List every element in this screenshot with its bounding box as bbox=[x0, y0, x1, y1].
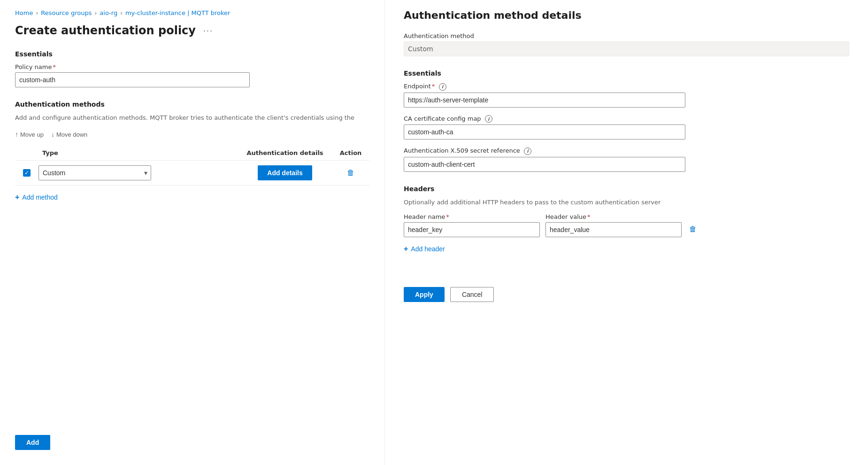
policy-name-input[interactable] bbox=[15, 72, 250, 87]
checkbox-cell: ✓ bbox=[15, 169, 38, 177]
ca-cert-info-icon: i bbox=[485, 115, 492, 123]
type-select-wrapper: Custom X.509 SAT bbox=[38, 165, 151, 180]
auth-methods-desc: Add and configure authentication methods… bbox=[15, 114, 369, 122]
ca-cert-input[interactable] bbox=[404, 124, 685, 140]
move-up-button[interactable]: ↑ Move up bbox=[15, 129, 44, 140]
move-up-label: Move up bbox=[20, 131, 44, 138]
breadcrumb-aio-rg[interactable]: aio-rg bbox=[100, 9, 117, 16]
page-title: Create authentication policy bbox=[15, 24, 196, 37]
right-panel: Authentication method details Authentica… bbox=[385, 0, 868, 465]
action-cell: 🗑 bbox=[332, 167, 369, 179]
type-select-cell: Custom X.509 SAT bbox=[38, 165, 238, 180]
ca-cert-field-group: CA certificate config map i bbox=[404, 115, 849, 140]
auth-method-field-group: Authentication method Custom bbox=[404, 32, 849, 56]
trash-header-icon: 🗑 bbox=[689, 225, 697, 233]
add-method-label: Add method bbox=[22, 194, 58, 201]
breadcrumb-sep-2: › bbox=[94, 10, 97, 16]
auth-x509-field-group: Authentication X.509 secret reference i bbox=[404, 147, 849, 172]
move-controls: ↑ Move up ↓ Move down bbox=[15, 129, 369, 140]
essentials-label: Essentials bbox=[15, 50, 369, 58]
auth-details-cell: Add details bbox=[238, 165, 332, 180]
left-panel: Home › Resource groups › aio-rg › my-clu… bbox=[0, 0, 385, 465]
breadcrumb: Home › Resource groups › aio-rg › my-clu… bbox=[15, 9, 369, 16]
breadcrumb-cluster-instance[interactable]: my-cluster-instance | MQTT broker bbox=[125, 9, 230, 16]
auth-x509-input[interactable] bbox=[404, 157, 685, 172]
add-details-button[interactable]: Add details bbox=[258, 165, 312, 180]
add-header-button[interactable]: + Add header bbox=[404, 241, 445, 257]
add-button[interactable]: Add bbox=[15, 435, 50, 450]
header-value-input[interactable] bbox=[545, 222, 682, 237]
check-icon: ✓ bbox=[24, 170, 29, 176]
trash-icon: 🗑 bbox=[347, 169, 354, 177]
header-row: Header name* Header value* 🗑 bbox=[404, 213, 849, 237]
auth-methods-section: Authentication methods Add and configure… bbox=[15, 101, 369, 205]
arrow-down-icon: ↓ bbox=[51, 131, 54, 138]
header-name-input[interactable] bbox=[404, 222, 540, 237]
headers-label: Headers bbox=[404, 185, 849, 193]
row-checkbox[interactable]: ✓ bbox=[23, 169, 31, 177]
header-value-field: Header value* bbox=[545, 213, 682, 237]
col-check-header bbox=[15, 149, 38, 156]
plus-icon: + bbox=[15, 193, 19, 202]
apply-button[interactable]: Apply bbox=[404, 287, 445, 302]
auth-methods-label: Authentication methods bbox=[15, 101, 369, 108]
panel-title: Authentication method details bbox=[404, 9, 849, 21]
col-auth-header: Authentication details bbox=[238, 149, 332, 156]
endpoint-input[interactable] bbox=[404, 93, 685, 108]
add-header-label: Add header bbox=[411, 245, 445, 253]
add-header-plus-icon: + bbox=[404, 245, 408, 253]
delete-row-button[interactable]: 🗑 bbox=[345, 167, 356, 179]
col-action-header: Action bbox=[332, 149, 369, 156]
ellipsis-menu-button[interactable]: ··· bbox=[200, 25, 216, 37]
endpoint-field-group: Endpoint* i bbox=[404, 83, 849, 108]
col-type-header: Type bbox=[38, 149, 238, 156]
auth-method-display: Custom bbox=[404, 41, 849, 56]
add-method-button[interactable]: + Add method bbox=[15, 189, 58, 205]
endpoint-label: Endpoint* i bbox=[404, 83, 849, 91]
page-title-container: Create authentication policy ··· bbox=[15, 24, 369, 37]
breadcrumb-sep-1: › bbox=[36, 10, 38, 16]
breadcrumb-sep-3: › bbox=[120, 10, 123, 16]
auth-x509-label: Authentication X.509 secret reference i bbox=[404, 147, 849, 155]
type-select[interactable]: Custom X.509 SAT bbox=[38, 165, 151, 180]
table-header: Type Authentication details Action bbox=[15, 146, 369, 161]
auth-method-label: Authentication method bbox=[404, 32, 849, 39]
header-name-field: Header name* bbox=[404, 213, 540, 237]
ca-cert-label: CA certificate config map i bbox=[404, 115, 849, 123]
move-down-button[interactable]: ↓ Move down bbox=[51, 129, 87, 140]
panel-bottom-buttons: Apply Cancel bbox=[404, 276, 849, 310]
move-down-label: Move down bbox=[56, 131, 87, 138]
auth-x509-info-icon: i bbox=[524, 147, 531, 155]
header-value-label: Header value* bbox=[545, 213, 682, 220]
policy-name-field-group: Policy name* bbox=[15, 63, 369, 87]
arrow-up-icon: ↑ bbox=[15, 131, 18, 138]
table-row: ✓ Custom X.509 SAT Add details 🗑 bbox=[15, 161, 369, 186]
breadcrumb-resource-groups[interactable]: Resource groups bbox=[41, 9, 92, 16]
cancel-button[interactable]: Cancel bbox=[450, 287, 494, 302]
header-name-label: Header name* bbox=[404, 213, 540, 220]
headers-desc: Optionally add additional HTTP headers t… bbox=[404, 198, 849, 207]
policy-name-label: Policy name* bbox=[15, 63, 369, 70]
headers-section: Headers Optionally add additional HTTP h… bbox=[404, 185, 849, 257]
right-essentials-label: Essentials bbox=[404, 70, 849, 77]
delete-header-button[interactable]: 🗑 bbox=[687, 223, 699, 235]
bottom-add-container: Add bbox=[15, 435, 50, 450]
breadcrumb-home[interactable]: Home bbox=[15, 9, 33, 16]
endpoint-info-icon: i bbox=[439, 83, 446, 91]
